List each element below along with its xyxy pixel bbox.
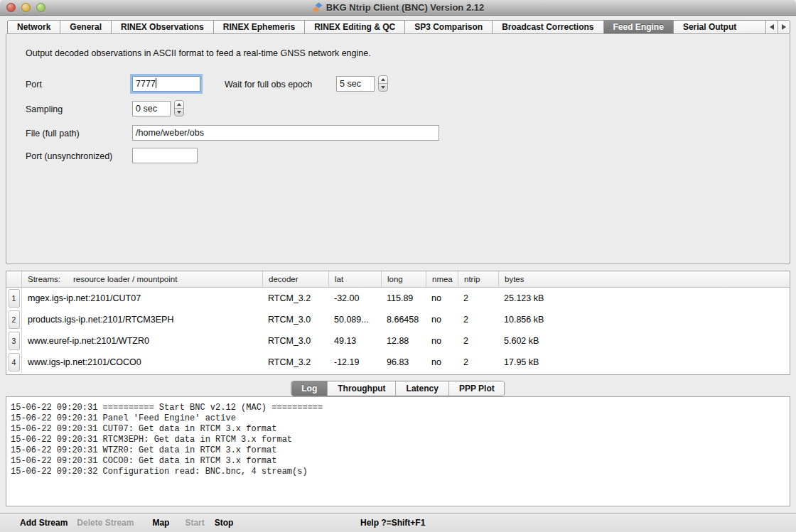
wait-epoch-label: Wait for full obs epoch [225, 80, 312, 89]
tab-serial-output[interactable]: Serial Output [674, 21, 746, 33]
chevron-left-icon [770, 24, 774, 30]
stepper-down-icon[interactable] [379, 84, 387, 91]
col-header-ntrip[interactable]: ntrip [458, 271, 498, 287]
sampling-input[interactable]: 0 sec [132, 101, 171, 116]
stepper-down-icon[interactable] [175, 109, 183, 116]
panel-description: Output decoded observations in ASCII for… [26, 48, 371, 58]
cell-long: 12.88 [381, 336, 426, 346]
log-line: 15-06-22 09:20:31 Panel 'Feed Engine' ac… [11, 413, 785, 424]
stepper-up-icon[interactable] [379, 76, 387, 84]
col-header-bytes[interactable]: bytes [498, 271, 790, 287]
window-title: BKG Ntrip Client (BNC) Version 2.12 [326, 2, 484, 13]
cell-bytes: 25.123 kB [498, 293, 790, 303]
log-line: 15-06-22 09:20:31 WTZR0: Get data in RTC… [11, 445, 785, 456]
file-path-label: File (full path) [26, 129, 80, 139]
log-line: 15-06-22 09:20:31 COCO0: Get data in RTC… [11, 456, 785, 467]
stop-button[interactable]: Stop [215, 518, 234, 528]
cell-nmea: no [426, 315, 458, 325]
table-row[interactable]: 1 mgex.igs-ip.net:2101/CUT07 RTCM_3.2 -3… [6, 288, 790, 309]
file-path-input[interactable]: /home/weber/obs [132, 125, 439, 141]
cell-lat: -32.00 [328, 293, 381, 303]
tab-ppp-plot[interactable]: PPP Plot [449, 381, 505, 396]
start-button: Start [185, 518, 204, 528]
minimize-button[interactable] [21, 3, 31, 12]
chevron-right-icon [782, 24, 786, 30]
tab-rinex-ephemeris[interactable]: RINEX Ephemeris [214, 21, 305, 33]
cell-ntrip: 2 [458, 293, 498, 303]
title-bar: BKG Ntrip Client (BNC) Version 2.12 [0, 0, 796, 16]
cell-nmea: no [426, 293, 458, 303]
cell-long: 8.66458 [381, 315, 426, 325]
bottom-toolbar: Add Stream Delete Stream Map Start Stop … [0, 513, 796, 532]
wait-epoch-input[interactable]: 5 sec [336, 76, 375, 92]
cell-ntrip: 2 [458, 315, 498, 325]
log-line: 15-06-22 09:20:31 CUT07: Get data in RTC… [11, 424, 785, 435]
port-label: Port [26, 80, 42, 89]
cell-ntrip: 2 [458, 357, 498, 367]
cell-decoder: RTCM_3.0 [262, 315, 328, 325]
cell-bytes: 17.95 kB [498, 357, 790, 367]
row-number[interactable]: 3 [6, 330, 22, 352]
col-header-nmea[interactable]: nmea [426, 271, 458, 287]
tab-rinex-editing-qc[interactable]: RINEX Editing & QC [305, 21, 405, 33]
table-row[interactable]: 2 products.igs-ip.net:2101/RTCM3EPH RTCM… [6, 309, 790, 330]
delete-stream-button: Delete Stream [77, 518, 134, 528]
cell-decoder: RTCM_3.0 [262, 336, 328, 346]
tab-scroll-right-button[interactable] [778, 21, 790, 33]
tab-feed-engine[interactable]: Feed Engine [604, 21, 674, 33]
stepper-up-icon[interactable] [175, 101, 183, 109]
cell-mountpoint: www.igs-ip.net:2101/COCO0 [22, 357, 262, 367]
tab-network[interactable]: Network [8, 21, 60, 33]
port-unsync-input[interactable] [132, 148, 198, 163]
row-number[interactable]: 1 [6, 288, 22, 309]
tab-rinex-observations[interactable]: RINEX Observations [112, 21, 214, 33]
text-cursor [156, 78, 156, 88]
zoom-button[interactable] [36, 3, 45, 12]
col-header-long[interactable]: long [381, 271, 426, 287]
wait-epoch-stepper[interactable] [378, 75, 388, 92]
table-row[interactable]: 3 www.euref-ip.net:2101/WTZR0 RTCM_3.0 4… [6, 330, 790, 352]
row-number[interactable]: 4 [6, 352, 22, 373]
cell-long: 115.89 [381, 293, 426, 303]
tab-broadcast-corrections[interactable]: Broadcast Corrections [493, 21, 603, 33]
tab-sp3-comparison[interactable]: SP3 Comparison [405, 21, 493, 33]
col-header-mountpoint[interactable]: Streams:resource loader / mountpoint [22, 271, 262, 287]
cell-long: 96.83 [381, 357, 426, 367]
cell-lat: 50.089... [328, 315, 381, 325]
cell-bytes: 5.602 kB [498, 336, 790, 346]
app-icon [312, 2, 323, 13]
sampling-label: Sampling [26, 104, 63, 114]
log-output[interactable]: 15-06-22 09:20:31 ========== Start BNC v… [6, 396, 790, 506]
cell-nmea: no [426, 336, 458, 346]
table-row[interactable]: 4 www.igs-ip.net:2101/COCO0 RTCM_3.2 -12… [6, 352, 790, 373]
main-tab-bar: Network General RINEX Observations RINEX… [7, 20, 790, 34]
tab-throughput[interactable]: Throughput [328, 381, 396, 396]
sampling-stepper[interactable] [174, 100, 184, 116]
col-header-lat[interactable]: lat [328, 271, 381, 287]
tab-general[interactable]: General [60, 21, 112, 33]
cell-mountpoint: www.euref-ip.net:2101/WTZR0 [22, 336, 262, 346]
tab-scroll-left-button[interactable] [765, 21, 778, 33]
port-unsync-label: Port (unsynchronized) [26, 151, 112, 161]
cell-nmea: no [426, 357, 458, 367]
help-shortcut-label: Help ?=Shift+F1 [360, 518, 425, 528]
log-line: 15-06-22 09:20:32 Configuration read: BN… [11, 467, 785, 477]
cell-bytes: 10.856 kB [498, 315, 790, 325]
cell-mountpoint: mgex.igs-ip.net:2101/CUT07 [22, 293, 262, 303]
tab-latency[interactable]: Latency [397, 381, 449, 396]
header-corner [6, 271, 22, 287]
log-line: 15-06-22 09:20:31 RTCM3EPH: Get data in … [11, 435, 785, 445]
cell-mountpoint: products.igs-ip.net:2101/RTCM3EPH [22, 315, 262, 325]
cell-ntrip: 2 [458, 336, 498, 346]
col-header-decoder[interactable]: decoder [262, 271, 328, 287]
streams-table-header: Streams:resource loader / mountpoint dec… [6, 271, 790, 288]
close-button[interactable] [6, 3, 16, 12]
feed-engine-panel: Output decoded observations in ASCII for… [6, 33, 790, 264]
streams-table: Streams:resource loader / mountpoint dec… [6, 271, 790, 375]
cell-lat: 49.13 [328, 336, 381, 346]
port-input[interactable]: 7777 [132, 76, 200, 92]
map-button[interactable]: Map [152, 518, 169, 528]
row-number[interactable]: 2 [6, 309, 22, 330]
tab-log[interactable]: Log [291, 381, 328, 396]
add-stream-button[interactable]: Add Stream [20, 518, 68, 528]
